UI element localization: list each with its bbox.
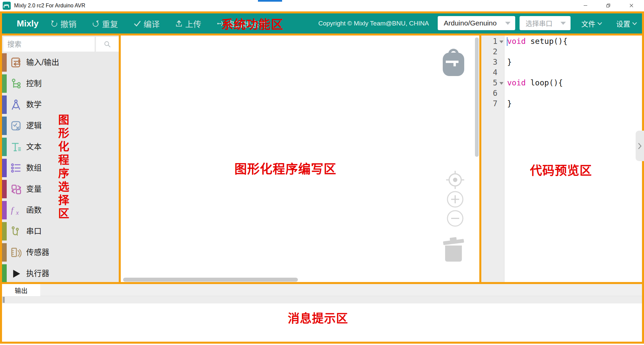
actuator-icon bbox=[10, 268, 21, 279]
horizontal-scrollbar[interactable] bbox=[123, 278, 298, 282]
category-color-strip bbox=[2, 138, 7, 156]
sidebar-item-logic-label: 逻辑 bbox=[26, 115, 42, 136]
sidebar-item-control-label: 控制 bbox=[26, 73, 42, 94]
compile-icon bbox=[133, 20, 141, 27]
sidebar-item-io[interactable]: 输入/输出 bbox=[2, 52, 119, 73]
keyword-token: void bbox=[507, 78, 526, 87]
code-panel-collapse-handle[interactable] bbox=[636, 131, 644, 161]
file-menu[interactable]: 文件 bbox=[581, 18, 602, 28]
category-color-strip bbox=[2, 74, 7, 93]
port-selector[interactable]: 选择串口 bbox=[520, 16, 571, 30]
blockly-workspace[interactable] bbox=[121, 36, 479, 282]
frame-line-top bbox=[0, 11, 644, 13]
code-line: 7} bbox=[481, 98, 642, 109]
fold-arrow-icon[interactable] bbox=[499, 82, 503, 85]
sidebar-item-function[interactable]: fx函数 bbox=[2, 200, 119, 221]
settings-menu[interactable]: 设置 bbox=[616, 18, 637, 28]
svg-text:x: x bbox=[16, 209, 19, 216]
toolbar: Mixly 撤销重复编译上传串口状态栏 Copyright © Mixly Te… bbox=[2, 13, 642, 33]
line-number: 1 bbox=[481, 36, 497, 47]
backpack-icon[interactable] bbox=[442, 46, 465, 77]
compile-button[interactable]: 编译 bbox=[133, 18, 160, 29]
line-number: 7 bbox=[481, 98, 497, 109]
sidebar-item-serial[interactable]: 串口 bbox=[2, 221, 119, 242]
chevron-right-icon bbox=[638, 143, 642, 149]
message-panel: 输出 bbox=[2, 284, 642, 342]
window-title: Mixly 2.0 rc2 For Arduino AVR bbox=[14, 0, 85, 11]
category-color-strip bbox=[2, 159, 7, 177]
frame-line-toolbar-bottom bbox=[0, 33, 644, 36]
search-input[interactable] bbox=[3, 37, 95, 52]
code-line: 2 bbox=[481, 47, 642, 57]
sidebar-item-control[interactable]: 控制 bbox=[2, 73, 119, 94]
array-icon bbox=[10, 162, 21, 174]
sidebar-item-sensor-label: 传感器 bbox=[26, 242, 49, 263]
board-selector[interactable]: Arduino/Genuino bbox=[438, 16, 515, 30]
code-line: 6 bbox=[481, 88, 642, 98]
trash-icon[interactable] bbox=[442, 236, 465, 262]
sidebar-item-logic[interactable]: 逻辑 bbox=[2, 115, 119, 136]
tab-output[interactable]: 输出 bbox=[2, 284, 40, 296]
sidebar-item-math[interactable]: 数学 bbox=[2, 94, 119, 115]
search-button[interactable] bbox=[96, 37, 119, 52]
sidebar-item-actuator-label: 执行器 bbox=[26, 263, 49, 284]
chevron-down-icon bbox=[597, 22, 602, 25]
redo-button[interactable]: 重复 bbox=[92, 18, 118, 29]
board-selector-value: Arduino/Genuino bbox=[444, 19, 502, 27]
window-titlebar: Mixly 2.0 rc2 For Arduino AVR bbox=[0, 0, 644, 11]
code-preview-panel: 1void setup(){23}45void loop(){67} bbox=[481, 36, 642, 282]
sidebar-item-array-label: 数组 bbox=[26, 157, 42, 179]
serial-status-button[interactable]: 串口状态栏 bbox=[217, 18, 267, 29]
sidebar-item-function-label: 函数 bbox=[26, 200, 42, 221]
fold-arrow-icon[interactable] bbox=[499, 41, 503, 43]
code-text: } bbox=[507, 98, 512, 109]
frame-line-right bbox=[642, 11, 644, 344]
code-line: 5void loop(){ bbox=[481, 78, 642, 88]
zoom-out-icon[interactable] bbox=[446, 210, 464, 227]
mixly-brand[interactable]: Mixly bbox=[17, 13, 39, 33]
keyword-token: void bbox=[507, 37, 526, 46]
minimize-button[interactable] bbox=[578, 0, 593, 11]
file-menu-label: 文件 bbox=[581, 18, 595, 28]
svg-text:f: f bbox=[11, 205, 14, 215]
category-color-strip bbox=[2, 201, 7, 219]
undo-button[interactable]: 撤销 bbox=[50, 18, 76, 29]
frame-line-sidebar bbox=[119, 33, 121, 284]
line-number: 5 bbox=[481, 78, 497, 88]
code-line: 3} bbox=[481, 57, 642, 67]
function-icon: fx bbox=[10, 205, 21, 216]
sidebar-item-variable[interactable]: 变量 bbox=[2, 179, 119, 200]
redo-icon bbox=[92, 20, 100, 27]
sidebar-item-sensor[interactable]: 传感器 bbox=[2, 242, 119, 263]
toolbar-items: 撤销重复编译上传串口状态栏 bbox=[50, 13, 267, 33]
code-text: } bbox=[507, 57, 512, 67]
sensor-icon bbox=[10, 247, 21, 258]
zoom-reset-icon[interactable] bbox=[445, 170, 465, 190]
code-text: void setup(){ bbox=[507, 36, 568, 47]
category-color-strip bbox=[2, 117, 7, 135]
sidebar-item-actuator[interactable]: 执行器 bbox=[2, 263, 119, 284]
sidebar-item-text[interactable]: 文本 bbox=[2, 136, 119, 157]
undo-icon bbox=[50, 20, 58, 27]
zoom-in-icon[interactable] bbox=[446, 191, 464, 208]
output-scroll-thumb[interactable] bbox=[3, 297, 5, 303]
sidebar-item-array[interactable]: 数组 bbox=[2, 157, 119, 179]
redo-button-label: 重复 bbox=[102, 18, 118, 29]
sidebar-item-text-label: 文本 bbox=[26, 136, 42, 157]
code-lines: 1void setup(){23}45void loop(){67} bbox=[481, 36, 642, 109]
serial-icon bbox=[10, 226, 21, 237]
upload-icon bbox=[175, 20, 183, 27]
variable-icon bbox=[10, 184, 21, 195]
control-icon bbox=[10, 78, 21, 89]
output-tabbar bbox=[2, 284, 642, 296]
close-button[interactable] bbox=[624, 0, 639, 11]
close-icon bbox=[629, 3, 634, 8]
vertical-scrollbar[interactable] bbox=[475, 38, 479, 157]
restore-icon bbox=[606, 3, 610, 8]
frame-line-code bbox=[479, 33, 481, 284]
minimize-icon bbox=[583, 3, 588, 8]
upload-button[interactable]: 上传 bbox=[175, 18, 201, 29]
category-color-strip bbox=[2, 264, 7, 283]
category-color-strip bbox=[2, 243, 7, 262]
maximize-button[interactable] bbox=[601, 0, 615, 11]
